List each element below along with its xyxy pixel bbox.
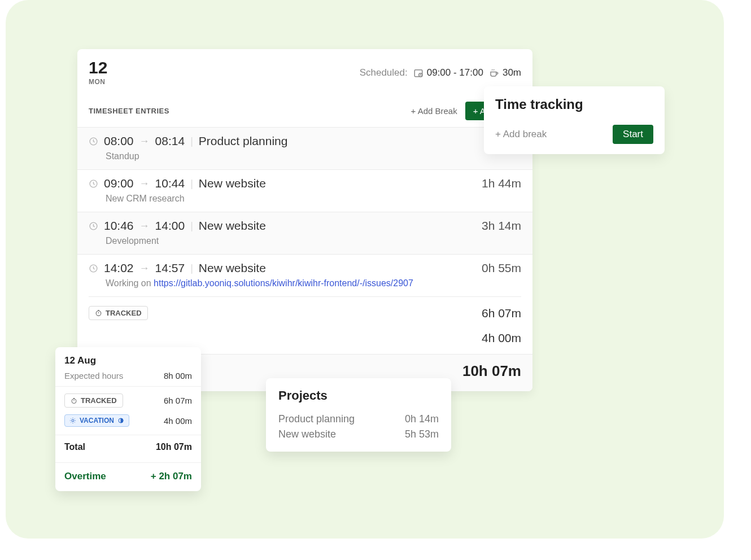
project-row: New website 5h 53m bbox=[278, 428, 439, 440]
entry-title: New website bbox=[199, 177, 266, 190]
entry-duration: 0h 55m bbox=[482, 261, 521, 275]
expected-value: 8h 00m bbox=[164, 371, 192, 380]
sun-icon bbox=[69, 417, 76, 424]
entry-start: 09:00 bbox=[104, 177, 134, 190]
arrow-icon: → bbox=[139, 220, 150, 232]
timesheet-entry[interactable]: 09:00 → 10:44 | New website 1h 44m New C… bbox=[77, 169, 532, 212]
project-duration: 0h 14m bbox=[405, 413, 439, 425]
timesheet-header: 12 MON Scheduled: 09:00 - 17:00 30m bbox=[77, 49, 532, 91]
tracked-value: 6h 07m bbox=[164, 396, 192, 405]
entry-duration: 3h 14m bbox=[482, 219, 521, 233]
entry-title: New website bbox=[199, 261, 266, 275]
entry-title: New website bbox=[199, 219, 266, 233]
entry-note: Development bbox=[106, 236, 521, 246]
entry-start: 08:00 bbox=[104, 134, 134, 148]
expected-label: Expected hours bbox=[64, 371, 123, 380]
entry-end: 14:00 bbox=[155, 219, 185, 233]
add-break-link[interactable]: + Add break bbox=[495, 129, 547, 140]
start-button[interactable]: Start bbox=[613, 125, 653, 144]
entry-end: 08:14 bbox=[155, 134, 185, 148]
entry-end: 14:57 bbox=[155, 261, 185, 275]
divider-icon: | bbox=[190, 135, 193, 147]
entry-note-link[interactable]: https://gitlab.yooniq.solutions/kiwihr/k… bbox=[154, 278, 413, 288]
day-block: 12 MON bbox=[89, 59, 107, 86]
timesheet-subheader: TIMESHEET ENTRIES + Add Break + Add time bbox=[77, 91, 532, 127]
entry-start: 10:46 bbox=[104, 219, 134, 233]
tracked-badge: TRACKED bbox=[64, 393, 123, 408]
divider-icon: | bbox=[190, 262, 193, 274]
project-name: New website bbox=[278, 428, 336, 440]
projects-title: Projects bbox=[278, 388, 439, 403]
arrow-icon: → bbox=[139, 178, 150, 190]
entry-title: Product planning bbox=[199, 134, 288, 148]
arrow-icon: → bbox=[139, 262, 150, 274]
project-name: Product planning bbox=[278, 413, 355, 425]
overtime-label: Overtime bbox=[64, 471, 106, 482]
half-day-icon bbox=[117, 417, 124, 424]
entry-start: 14:02 bbox=[104, 261, 134, 275]
time-tracking-title: Time tracking bbox=[495, 97, 653, 112]
entry-note: New CRM research bbox=[106, 194, 521, 204]
vacation-value: 4h 00m bbox=[164, 416, 192, 426]
vacation-badge: VACATION bbox=[64, 414, 129, 427]
time-tracking-card: Time tracking + Add break Start bbox=[484, 86, 665, 154]
stopwatch-icon bbox=[71, 397, 77, 404]
timesheet-section-title: TIMESHEET ENTRIES bbox=[89, 107, 169, 115]
clock-icon bbox=[89, 221, 98, 231]
scheduled-hours: 09:00 - 17:00 bbox=[427, 67, 483, 78]
tracked-badge-label: TRACKED bbox=[106, 309, 142, 317]
day-summary-card: 12 Aug Expected hours 8h 00m TRACKED 6h … bbox=[55, 347, 201, 491]
clock-icon bbox=[89, 137, 98, 146]
projects-card: Projects Product planning 0h 14m New web… bbox=[266, 378, 451, 452]
project-row: Product planning 0h 14m bbox=[278, 413, 439, 425]
project-duration: 5h 53m bbox=[405, 428, 439, 440]
entry-note-prefix: Working on bbox=[106, 278, 154, 288]
timesheet-entry[interactable]: 10:46 → 14:00 | New website 3h 14m Devel… bbox=[77, 212, 532, 254]
second-total: 4h 00m bbox=[482, 331, 521, 345]
schedule-info: Scheduled: 09:00 - 17:00 30m bbox=[360, 67, 521, 78]
timesheet-entry[interactable]: 08:00 → 08:14 | Product planning 0 Stand… bbox=[77, 127, 532, 169]
arrow-icon: → bbox=[139, 135, 150, 147]
tracked-total: 6h 07m bbox=[482, 307, 521, 320]
timesheet-card: 12 MON Scheduled: 09:00 - 17:00 30m TIME… bbox=[77, 49, 532, 391]
break-duration: 30m bbox=[503, 67, 521, 78]
day-summary-date: 12 Aug bbox=[64, 355, 192, 366]
timesheet-entry[interactable]: 14:02 → 14:57 | New website 0h 55m Worki… bbox=[77, 254, 532, 296]
scheduled-label: Scheduled: bbox=[360, 67, 408, 78]
stopwatch-icon bbox=[95, 309, 102, 317]
divider-icon: | bbox=[190, 178, 193, 190]
svg-point-8 bbox=[72, 419, 74, 422]
clock-icon bbox=[89, 264, 98, 273]
grand-total: 10h 07m bbox=[462, 362, 521, 380]
total-value: 10h 07m bbox=[156, 442, 192, 452]
divider-icon: | bbox=[190, 220, 193, 232]
break-duration-item: 30m bbox=[489, 67, 521, 78]
calendar-clock-icon bbox=[413, 68, 423, 78]
vacation-badge-label: VACATION bbox=[80, 417, 114, 425]
entry-note: Standup bbox=[106, 151, 521, 161]
clock-icon bbox=[89, 179, 98, 189]
day-name: MON bbox=[89, 78, 107, 86]
scheduled-hours-item: 09:00 - 17:00 bbox=[413, 67, 483, 78]
total-label: Total bbox=[64, 442, 85, 452]
add-break-button[interactable]: + Add Break bbox=[411, 106, 457, 116]
entry-note: Working on https://gitlab.yooniq.solutio… bbox=[106, 278, 521, 288]
overtime-value: + 2h 07m bbox=[151, 471, 192, 482]
tracked-badge: TRACKED bbox=[89, 306, 148, 320]
entry-end: 10:44 bbox=[155, 177, 185, 190]
entry-duration: 1h 44m bbox=[482, 177, 521, 190]
tracked-badge-label: TRACKED bbox=[81, 396, 117, 405]
coffee-icon bbox=[489, 68, 499, 78]
day-number: 12 bbox=[89, 59, 107, 76]
tracked-summary-row: TRACKED 6h 07m bbox=[77, 297, 532, 329]
